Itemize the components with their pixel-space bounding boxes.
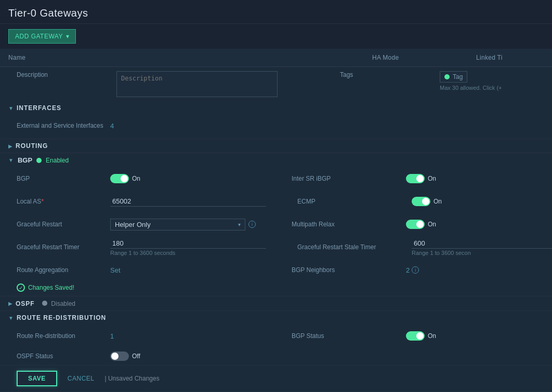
add-gateway-label: ADD GATEWAY bbox=[15, 33, 63, 40]
description-label: Description bbox=[17, 71, 110, 78]
local-as-input[interactable] bbox=[110, 196, 266, 207]
multipath-relax-toggle: On bbox=[406, 220, 436, 229]
graceful-restart-col-right: Multipath Relax On bbox=[271, 215, 535, 233]
multipath-relax-toggle-switch[interactable] bbox=[406, 220, 425, 229]
route-agg-label: Route Aggregation bbox=[17, 266, 110, 274]
bgp-neighbors-info-icon[interactable]: i bbox=[412, 266, 419, 274]
bgp-label: BGP bbox=[17, 175, 110, 182]
interfaces-content: External and Service Interfaces 4 bbox=[0, 115, 552, 139]
bgp-status-toggle: On bbox=[406, 331, 436, 341]
route-agg-link[interactable]: Set bbox=[110, 266, 121, 274]
route-agg-col-right: BGP Neighbors 2 i bbox=[271, 261, 535, 279]
changes-saved-message: ✓ Changes Saved! bbox=[17, 281, 535, 296]
routing-section: ▶ ROUTING bbox=[0, 139, 552, 153]
ospf-status-toggle-switch[interactable] bbox=[110, 352, 129, 361]
ecmp-toggle-label: On bbox=[433, 198, 442, 205]
bgp-section-label: BGP bbox=[18, 156, 32, 164]
graceful-restart-col-left: Graceful Restart Helper Only ▾ i bbox=[17, 215, 271, 233]
inter-sr-ibgp-label: Inter SR iBGP bbox=[292, 175, 406, 182]
footer-actions: SAVE CANCEL | Unsaved Changes bbox=[0, 365, 552, 391]
content-area: Description Tags Tag Max 30 allowed. Cli… bbox=[0, 67, 552, 392]
add-gateway-chevron-icon: ▾ bbox=[66, 33, 70, 40]
gr-timer-input[interactable] bbox=[110, 238, 266, 249]
bgp-toggle-row: BGP On Inter SR iBGP On bbox=[17, 167, 535, 190]
description-textarea[interactable] bbox=[116, 71, 278, 97]
local-as-col-left: Local AS* bbox=[17, 193, 277, 210]
description-tags-area: Description Tags Tag Max 30 allowed. Cli… bbox=[0, 67, 552, 101]
tag-input[interactable]: Tag bbox=[440, 71, 467, 83]
multipath-relax-label: Multipath Relax bbox=[292, 221, 406, 228]
inter-sr-toggle-label: On bbox=[428, 175, 436, 182]
gr-stale-timer-group: Graceful Restart Stale Timer Range 1 to … bbox=[297, 236, 552, 259]
bgp-header: ▼ BGP Enabled bbox=[0, 153, 552, 167]
bgp-toggle-group: BGP On bbox=[17, 170, 260, 187]
bgp-form: BGP On Inter SR iBGP On bbox=[0, 167, 552, 296]
page-title: Tier-0 Gateways bbox=[8, 7, 544, 19]
local-as-label: Local AS* bbox=[17, 198, 110, 205]
bgp-enabled-dot-icon bbox=[36, 158, 42, 163]
ecmp-group: ECMP On bbox=[297, 193, 535, 210]
bgp-toggle-switch[interactable] bbox=[110, 174, 129, 183]
check-circle-icon: ✓ bbox=[17, 283, 25, 292]
inter-sr-toggle-switch[interactable] bbox=[406, 174, 425, 183]
bgp-status-toggle-switch[interactable] bbox=[406, 331, 425, 341]
route-redistrib-field-label: Route Re-distribution bbox=[17, 332, 110, 340]
route-redistrib-group: Route Re-distribution 1 bbox=[17, 327, 260, 345]
route-redistribution-header[interactable]: ▼ ROUTE RE-DISTRIBUTION bbox=[0, 311, 552, 325]
ospf-status-row: OSPF Status Off bbox=[17, 347, 535, 365]
page-header: Tier-0 Gateways bbox=[0, 0, 552, 24]
route-agg-col-left: Route Aggregation Set bbox=[17, 261, 271, 279]
tag-placeholder-text: Tag bbox=[453, 73, 463, 80]
gr-stale-timer-label: Graceful Restart Stale Timer bbox=[297, 244, 412, 251]
ecmp-toggle-switch[interactable] bbox=[412, 197, 430, 206]
bgp-toggle-col-left: BGP On bbox=[17, 170, 271, 187]
tags-field-group: Tags Tag Max 30 allowed. Click (+ bbox=[340, 71, 502, 91]
route-agg-group: Route Aggregation Set bbox=[17, 261, 260, 279]
cancel-button[interactable]: CANCEL bbox=[63, 372, 99, 385]
gr-stale-timer-input[interactable] bbox=[412, 238, 552, 249]
interfaces-chevron-icon: ▼ bbox=[8, 105, 14, 111]
interfaces-count-link[interactable]: 4 bbox=[110, 122, 114, 130]
column-header-ha: HA Mode bbox=[364, 52, 468, 63]
timer-col-left: Graceful Restart Timer Range 1 to 3600 s… bbox=[17, 236, 277, 259]
inter-sr-toggle: On bbox=[406, 174, 436, 183]
tag-dot-icon bbox=[444, 74, 450, 79]
graceful-restart-select[interactable]: Helper Only ▾ bbox=[110, 219, 245, 231]
ospf-disabled-text: Disabled bbox=[51, 300, 75, 307]
route-redistribution-section: ▼ ROUTE RE-DISTRIBUTION Route Re-distrib… bbox=[0, 311, 552, 392]
interfaces-section-header[interactable]: ▼ INTERFACES bbox=[0, 101, 552, 115]
ospf-status-toggle: Off bbox=[110, 352, 140, 361]
gr-timer-label: Graceful Restart Timer bbox=[17, 244, 110, 251]
interfaces-row: External and Service Interfaces 4 bbox=[17, 117, 535, 134]
route-redistrib-count[interactable]: 1 bbox=[110, 332, 114, 340]
bgp-section: ▼ BGP Enabled BGP On bbox=[0, 153, 552, 296]
route-redistribution-label: ROUTE RE-DISTRIBUTION bbox=[17, 314, 106, 321]
add-gateway-button[interactable]: ADD GATEWAY ▾ bbox=[8, 29, 76, 44]
bgp-neighbors-count[interactable]: 2 bbox=[406, 266, 410, 274]
route-agg-row: Route Aggregation Set BGP Neighbors 2 i bbox=[17, 259, 535, 281]
ospf-disabled-dot-icon bbox=[42, 301, 47, 306]
graceful-restart-info-icon[interactable]: i bbox=[248, 221, 256, 228]
timer-row: Graceful Restart Timer Range 1 to 3600 s… bbox=[17, 236, 535, 259]
local-as-row: Local AS* ECMP On bbox=[17, 190, 535, 213]
ospf-section: ▶ OSPF Disabled bbox=[0, 296, 552, 311]
ecmp-label: ECMP bbox=[297, 198, 412, 205]
local-as-group: Local AS* bbox=[17, 193, 266, 210]
ospf-chevron-icon: ▶ bbox=[8, 301, 12, 306]
route-redistrib-col-left: Route Re-distribution 1 bbox=[17, 327, 271, 345]
gr-timer-hint: Range 1 to 3600 seconds bbox=[110, 249, 266, 256]
timer-col-right: Graceful Restart Stale Timer Range 1 to … bbox=[277, 236, 552, 259]
save-button[interactable]: SAVE bbox=[17, 371, 57, 386]
routing-section-header[interactable]: ▶ ROUTING bbox=[0, 139, 552, 153]
gr-timer-group: Graceful Restart Timer Range 1 to 3600 s… bbox=[17, 236, 266, 259]
bgp-toggle: On bbox=[110, 174, 140, 183]
bgp-chevron-icon[interactable]: ▼ bbox=[8, 157, 14, 163]
route-redistrib-row: Route Re-distribution 1 BGP Status On bbox=[17, 325, 535, 347]
column-header-name: Name bbox=[0, 52, 364, 63]
graceful-restart-chevron-icon: ▾ bbox=[238, 222, 241, 227]
ospf-section-header[interactable]: ▶ OSPF Disabled bbox=[0, 296, 552, 310]
inter-sr-ibgp-group: Inter SR iBGP On bbox=[292, 170, 535, 187]
bgp-toggle-label: On bbox=[132, 175, 140, 182]
interfaces-label: External and Service Interfaces bbox=[17, 122, 110, 129]
interfaces-section: ▼ INTERFACES External and Service Interf… bbox=[0, 101, 552, 139]
